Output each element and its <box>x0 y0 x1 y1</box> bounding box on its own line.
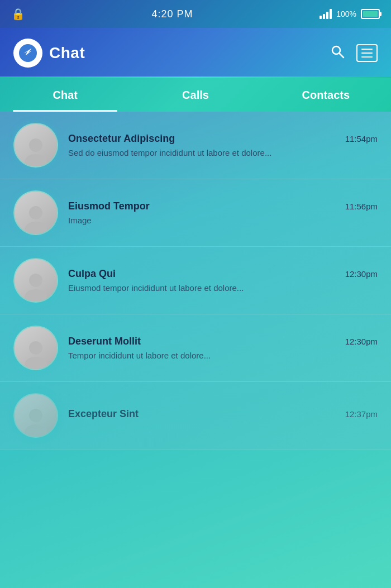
chat-content-3: Culpa Qui 12:30pm Eiusmod tempor incidid… <box>68 268 378 293</box>
chat-content-5: Excepteur Sint 12:37pm <box>68 408 378 423</box>
tab-contacts[interactable]: Contacts <box>261 78 391 112</box>
status-time: 4:20 PM <box>152 8 193 20</box>
app-logo <box>13 39 42 68</box>
svg-point-7 <box>29 274 42 287</box>
svg-point-10 <box>25 357 47 369</box>
chat-item-4[interactable]: Deserunt Mollit 12:30pm Tempor incididun… <box>0 314 391 382</box>
app-title: Chat <box>49 44 85 62</box>
chat-item-2[interactable]: Eiusmod Tempor 11:56pm Image <box>0 179 391 247</box>
chat-preview-2: Image <box>68 216 378 225</box>
chat-preview-3: Eiusmod tempor incididunt ut labore et d… <box>68 283 378 293</box>
chat-content-2: Eiusmod Tempor 11:56pm Image <box>68 200 378 225</box>
status-bar: 🔒 4:20 PM 100% <box>0 0 391 28</box>
search-icon[interactable] <box>330 44 345 63</box>
chat-name-1: Onsectetur Adipiscing <box>68 133 175 145</box>
svg-point-12 <box>25 424 47 437</box>
chat-item-1[interactable]: Onsectetur Adipiscing 11:54pm Sed do eiu… <box>0 112 391 179</box>
chat-list: Onsectetur Adipiscing 11:54pm Sed do eiu… <box>0 112 391 450</box>
chat-item-3[interactable]: Culpa Qui 12:30pm Eiusmod tempor incidid… <box>0 247 391 314</box>
avatar <box>13 258 58 303</box>
chat-name-5: Excepteur Sint <box>68 408 139 420</box>
avatar <box>13 123 58 168</box>
chat-name-3: Culpa Qui <box>68 268 116 280</box>
battery-percent: 100% <box>336 9 356 18</box>
chat-preview-4: Tempor incididunt ut labore et dolore... <box>68 351 378 360</box>
chat-content-1: Onsectetur Adipiscing 11:54pm Sed do eiu… <box>68 133 378 157</box>
chat-item-5[interactable]: Excepteur Sint 12:37pm <box>0 382 391 450</box>
svg-point-3 <box>29 138 42 152</box>
status-right: 100% <box>320 9 380 19</box>
chat-time-3: 12:30pm <box>345 269 378 279</box>
chat-time-5: 12:37pm <box>345 409 378 419</box>
svg-point-8 <box>25 289 47 302</box>
header-left: Chat <box>13 39 85 68</box>
svg-line-2 <box>340 53 344 58</box>
avatar <box>13 190 58 235</box>
tab-bar: Chat Calls Contacts <box>0 78 391 112</box>
menu-icon[interactable] <box>356 44 378 62</box>
svg-point-9 <box>29 341 42 355</box>
chat-name-2: Eiusmod Tempor <box>68 200 150 212</box>
chat-preview-1: Sed do eiusmod tempor incididunt ut labo… <box>68 148 378 157</box>
lock-icon: 🔒 <box>11 7 25 21</box>
chat-time-2: 11:56pm <box>345 202 378 211</box>
svg-point-5 <box>29 206 42 219</box>
header-right <box>330 44 378 63</box>
chat-content-4: Deserunt Mollit 12:30pm Tempor incididun… <box>68 336 378 360</box>
svg-point-4 <box>25 154 47 166</box>
battery-icon <box>361 9 380 19</box>
svg-point-11 <box>29 409 42 422</box>
svg-point-6 <box>25 222 47 234</box>
tab-chat[interactable]: Chat <box>0 78 130 112</box>
avatar <box>13 326 58 370</box>
tab-calls[interactable]: Calls <box>130 78 260 112</box>
chat-name-4: Deserunt Mollit <box>68 336 141 347</box>
avatar <box>13 393 58 438</box>
chat-time-4: 12:30pm <box>345 337 378 346</box>
signal-icon <box>320 9 332 19</box>
app-header: Chat <box>0 28 391 78</box>
chat-time-1: 11:54pm <box>345 134 378 144</box>
